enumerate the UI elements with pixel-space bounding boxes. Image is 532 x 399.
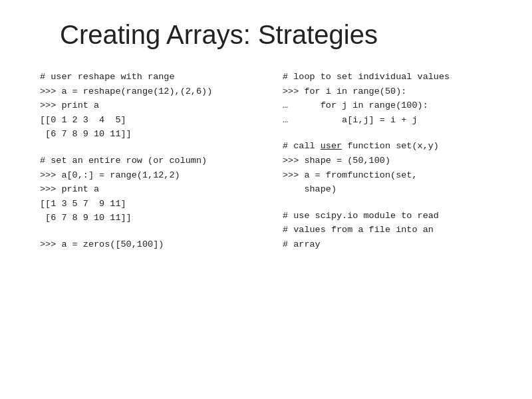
left-block-3: >>> a = zeros([50,100]) (40, 237, 256, 252)
right-block-2-text: # call user function set(x,y) >>> shape … (283, 139, 499, 196)
left-column: # user reshape with range >>> a = reshap… (33, 70, 256, 264)
right-block-2: # call user function set(x,y) >>> shape … (283, 139, 499, 196)
left-block-2-text: # set an entire row (or column) >>> a[0,… (40, 154, 256, 225)
right-block-1-text: # loop to set individual values >>> for … (283, 70, 499, 127)
page: Creating Arrays: Strategies # user resha… (0, 0, 532, 399)
left-block-3-text: >>> a = zeros([50,100]) (40, 237, 256, 252)
left-block-1: # user reshape with range >>> a = reshap… (40, 70, 256, 142)
right-block-3-text: # use scipy.io module to read # values f… (283, 209, 499, 252)
right-column: # loop to set individual values >>> for … (276, 70, 499, 264)
page-title: Creating Arrays: Strategies (60, 20, 499, 50)
left-block-2: # set an entire row (or column) >>> a[0,… (40, 154, 256, 225)
right-block-3: # use scipy.io module to read # values f… (283, 209, 499, 252)
right-block-1: # loop to set individual values >>> for … (283, 70, 499, 127)
content-area: # user reshape with range >>> a = reshap… (33, 70, 499, 264)
left-block-1-text: # user reshape with range >>> a = reshap… (40, 70, 256, 142)
